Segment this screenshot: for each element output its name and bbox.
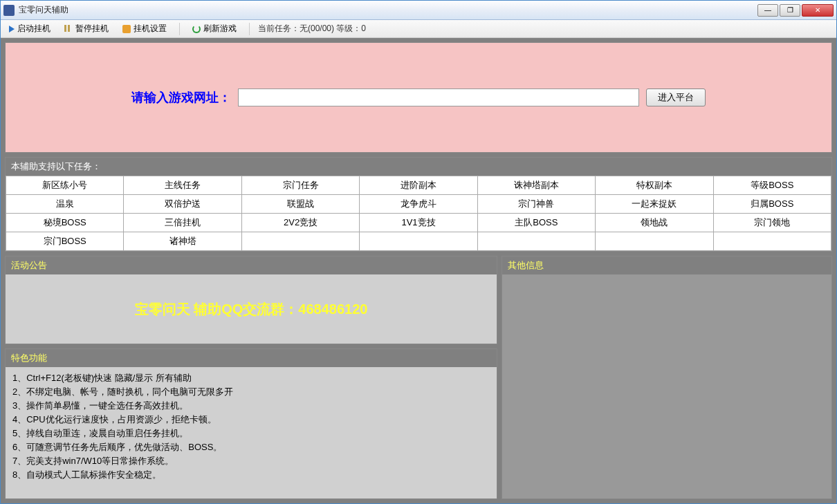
- task-cell[interactable]: 领地战: [596, 214, 713, 232]
- other-body: [502, 274, 831, 498]
- features-panel: 特色功能 1、Ctrl+F12(老板键)快速 隐藏/显示 所有辅助2、不绑定电脑…: [5, 348, 497, 499]
- feature-line: 7、完美支持win7/W10等日常操作系统。: [12, 454, 490, 468]
- task-cell[interactable]: 龙争虎斗: [360, 195, 477, 214]
- task-cell[interactable]: [241, 232, 359, 251]
- announce-body: 宝零问天 辅助QQ交流群：468486120: [6, 274, 497, 344]
- announce-panel: 活动公告 宝零问天 辅助QQ交流群：468486120: [5, 256, 497, 344]
- task-cell[interactable]: 新区练小号: [6, 176, 124, 195]
- close-button[interactable]: ✕: [802, 4, 834, 17]
- announce-header: 活动公告: [6, 256, 497, 274]
- feature-line: 3、操作简单易懂，一键全选任务高效挂机。: [12, 399, 490, 413]
- feature-line: 6、可随意调节任务先后顺序，优先做活动、BOSS。: [12, 440, 490, 454]
- pause-button[interactable]: 暂停挂机: [60, 21, 113, 36]
- toolbar-separator: [249, 23, 250, 35]
- titlebar: 宝零问天辅助 — ❐ ✕: [1, 1, 836, 20]
- announce-text: 宝零问天 辅助QQ交流群：468486120: [135, 300, 368, 319]
- other-panel: 其他信息: [502, 256, 832, 499]
- start-button[interactable]: 启动挂机: [5, 21, 55, 36]
- task-cell[interactable]: 诸神塔: [124, 232, 241, 251]
- feature-line: 1、Ctrl+F12(老板键)快速 隐藏/显示 所有辅助: [12, 371, 490, 385]
- minimize-button[interactable]: —: [757, 4, 778, 17]
- play-icon: [9, 26, 15, 32]
- task-cell[interactable]: 进阶副本: [360, 176, 477, 195]
- task-cell[interactable]: 宗门任务: [241, 176, 359, 195]
- task-cell[interactable]: [596, 232, 713, 251]
- tasks-block: 本辅助支持以下任务： 新区练小号主线任务宗门任务进阶副本诛神塔副本特权副本等级B…: [5, 157, 832, 252]
- status-text: 当前任务：无(00/00) 等级：0: [258, 23, 366, 35]
- task-cell[interactable]: 宗门神兽: [477, 195, 595, 214]
- task-cell[interactable]: 双倍护送: [124, 195, 241, 214]
- task-cell[interactable]: 特权副本: [596, 176, 713, 195]
- maximize-button[interactable]: ❐: [780, 4, 800, 17]
- content-area: 请输入游戏网址： 进入平台 本辅助支持以下任务： 新区练小号主线任务宗门任务进阶…: [1, 38, 836, 503]
- enter-platform-button[interactable]: 进入平台: [646, 88, 706, 106]
- main-window: 宝零问天辅助 — ❐ ✕ 启动挂机 暂停挂机 挂机设置 刷新游戏 当前任务：无(…: [0, 0, 837, 504]
- right-column: 其他信息: [502, 256, 832, 499]
- task-cell[interactable]: 诛神塔副本: [477, 176, 595, 195]
- task-cell[interactable]: 等级BOSS: [713, 176, 831, 195]
- feature-line: 8、自动模式人工鼠标操作安全稳定。: [12, 468, 490, 482]
- bottom-row: 活动公告 宝零问天 辅助QQ交流群：468486120 特色功能 1、Ctrl+…: [5, 256, 832, 499]
- task-cell[interactable]: 秘境BOSS: [6, 214, 124, 232]
- window-controls: — ❐ ✕: [757, 4, 834, 17]
- refresh-button[interactable]: 刷新游戏: [188, 21, 241, 36]
- url-panel: 请输入游戏网址： 进入平台: [5, 42, 832, 153]
- task-cell[interactable]: 2V2竞技: [241, 214, 359, 232]
- task-cell[interactable]: [360, 232, 477, 251]
- task-cell[interactable]: 归属BOSS: [713, 195, 831, 214]
- pause-icon: [64, 25, 73, 33]
- url-input[interactable]: [238, 88, 639, 106]
- settings-button[interactable]: 挂机设置: [118, 21, 171, 36]
- url-label: 请输入游戏网址：: [131, 89, 231, 106]
- task-cell[interactable]: 宗门领地: [713, 214, 831, 232]
- refresh-icon: [192, 25, 201, 33]
- task-cell[interactable]: 主队BOSS: [477, 214, 595, 232]
- toolbar: 启动挂机 暂停挂机 挂机设置 刷新游戏 当前任务：无(00/00) 等级：0: [1, 20, 836, 38]
- features-header: 特色功能: [6, 349, 497, 367]
- task-cell[interactable]: [477, 232, 595, 251]
- toolbar-separator: [179, 23, 180, 35]
- tasks-table: 新区练小号主线任务宗门任务进阶副本诛神塔副本特权副本等级BOSS温泉双倍护送联盟…: [6, 176, 831, 251]
- task-cell[interactable]: 宗门BOSS: [6, 232, 124, 251]
- task-cell[interactable]: 主线任务: [124, 176, 241, 195]
- feature-line: 5、掉线自动重连，凌晨自动重启任务挂机。: [12, 427, 490, 440]
- task-cell[interactable]: [713, 232, 831, 251]
- task-cell[interactable]: 三倍挂机: [124, 214, 241, 232]
- task-cell[interactable]: 温泉: [6, 195, 124, 214]
- feature-line: 2、不绑定电脑、帐号，随时换机，同个电脑可无限多开: [12, 385, 490, 399]
- left-column: 活动公告 宝零问天 辅助QQ交流群：468486120 特色功能 1、Ctrl+…: [5, 256, 497, 499]
- task-cell[interactable]: 联盟战: [241, 195, 359, 214]
- task-cell[interactable]: 一起来捉妖: [596, 195, 713, 214]
- tasks-header: 本辅助支持以下任务：: [6, 158, 831, 176]
- feature-line: 4、CPU优化运行速度快，占用资源少，拒绝卡顿。: [12, 413, 490, 427]
- task-cell[interactable]: 1V1竞技: [360, 214, 477, 232]
- wrench-icon: [122, 25, 131, 33]
- app-icon: [3, 5, 15, 16]
- window-title: 宝零问天辅助: [19, 4, 757, 16]
- features-body: 1、Ctrl+F12(老板键)快速 隐藏/显示 所有辅助2、不绑定电脑、帐号，随…: [6, 367, 497, 498]
- other-header: 其他信息: [502, 256, 831, 274]
